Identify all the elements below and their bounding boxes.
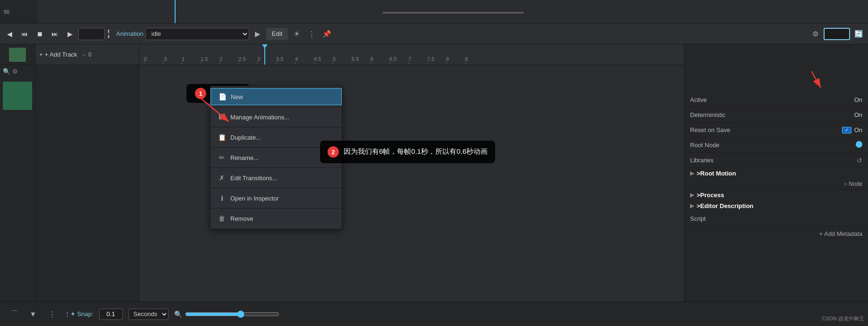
ruler-2.5: 2.5 (238, 56, 257, 62)
track-list (35, 65, 139, 301)
sun-icon-btn[interactable]: ☀ (290, 27, 303, 41)
step-forward-btn[interactable]: ⏭ (48, 27, 61, 41)
menu-new-label: New (231, 93, 243, 100)
sidebar-preview (9, 48, 26, 62)
timeline-body: 📄 New 🎞 Manage Animations... 📋 Duplicate… (35, 65, 684, 301)
animation-toolbar: ◀ ⏮ ⏹ ⏭ ▶ 0.6 ⬆⬇ Animation idle ▶ Edit ☀… (0, 24, 868, 44)
zoom-slider[interactable] (185, 310, 279, 318)
menu-item-manage[interactable]: 🎞 Manage Animations... (211, 109, 342, 125)
loop-settings-btn[interactable]: ⚙ (809, 27, 822, 41)
duplicate-icon: 📋 (218, 134, 226, 141)
ruler-1.5: 1.5 (201, 56, 219, 62)
ruler-4: 4 (295, 56, 314, 62)
root-motion-header[interactable]: ▶ >Root Motion (684, 168, 868, 179)
deterministic-toggle[interactable]: On (854, 111, 862, 118)
annotation-2-num: 2 (328, 146, 339, 158)
root-motion-label: >Root Motion (697, 170, 736, 177)
menu-divider-6 (211, 208, 342, 209)
snap-label: ⋮✦ Snap: (64, 310, 93, 318)
keys-btn[interactable]: ⋮ (45, 308, 59, 321)
snap-input[interactable]: 0.1 (99, 309, 123, 320)
active-on-text: On (854, 96, 862, 103)
top-ruler (38, 0, 868, 23)
annotation-2-text: 因为我们有6帧，每帧0.1秒，所以有0.6秒动画 (344, 146, 488, 157)
playhead[interactable] (264, 44, 265, 65)
annotation-2: 2 因为我们有6帧，每帧0.1秒，所以有0.6秒动画 (320, 141, 495, 163)
step-back-btn[interactable]: ⏮ (18, 27, 31, 41)
reset-on-save-label: Reset on Save (690, 126, 747, 134)
editor-desc-label: >Editor Description (697, 202, 753, 209)
pin-btn[interactable]: 📌 (320, 27, 333, 41)
top-ruler-strip: 50 (0, 0, 868, 24)
zoom-icon: 🔍 (174, 310, 182, 318)
menu-transitions-label: Edit Transitions... (230, 175, 278, 182)
libraries-refresh-icon[interactable]: ↺ (857, 157, 862, 164)
menu-inspector-label: Open in Inspector (230, 195, 279, 202)
animation-extra-btn[interactable]: ▶ (251, 27, 264, 41)
ruler-scrollbar[interactable] (382, 12, 524, 14)
ruler-0.5: .5 (163, 56, 182, 62)
add-metadata-row: + Add Metadata (684, 226, 868, 241)
active-toggle[interactable]: On (854, 96, 862, 103)
menu-divider-4 (211, 167, 342, 168)
bottom-bar: ⌒ ▼ ⋮ ⋮✦ Snap: 0.1 Seconds Frames 🔍 (0, 301, 868, 326)
add-track-button[interactable]: + + Add Track (39, 51, 77, 58)
play-btn[interactable]: ▶ (63, 27, 76, 41)
right-panel: 3 勾选循环 Active On Deterministic On (684, 44, 868, 301)
manage-icon: 🎞 (218, 113, 226, 121)
filter-icon[interactable]: ⚙ (12, 68, 18, 75)
reset-on-save-toggle[interactable]: ✓ On (842, 126, 862, 134)
editor-desc-header[interactable]: ▶ >Editor Description (684, 201, 868, 211)
active-label: Active (690, 96, 747, 103)
process-label: >Process (697, 192, 724, 199)
time-input[interactable]: 0.6 (78, 28, 105, 40)
menu-divider-5 (211, 188, 342, 188)
inspector-icon: ℹ (218, 194, 226, 202)
ruler-6.5: 6.5 (389, 56, 408, 62)
process-header[interactable]: ▶ >Process (684, 190, 868, 201)
menu-item-transitions[interactable]: ✗ Edit Transitions... (211, 169, 342, 186)
sidebar-icons-row: 🔍 ⚙ (0, 65, 35, 78)
add-metadata-button[interactable]: + Add Metadata (819, 230, 862, 237)
zoom-container: 🔍 (174, 310, 860, 318)
ruler-1: 1 (182, 56, 201, 62)
active-row: Active On (684, 92, 868, 108)
ruler-6: 6 (371, 56, 389, 62)
deterministic-label: Deterministic (690, 111, 747, 118)
reset-on-save-row: Reset on Save ✓ On (684, 123, 868, 138)
reset-on-save-on-text: On (854, 126, 862, 134)
ruler-row: + + Add Track → 0 0 .5 1 1.5 2 2.5 3 3.5… (35, 44, 684, 65)
menu-item-inspector[interactable]: ℹ Open in Inspector (211, 190, 342, 207)
ruler-5.5: 5.5 (352, 56, 371, 62)
menu-divider-1 (211, 107, 342, 107)
filter-bottom-btn[interactable]: ▼ (26, 308, 40, 321)
more-options-btn[interactable]: ⋮ (305, 27, 318, 41)
animation-label: Animation (116, 30, 143, 37)
edit-button[interactable]: Edit (266, 28, 288, 40)
root-node-indicator (856, 141, 862, 148)
libraries-label: Libraries (690, 157, 747, 164)
prev-frame-btn[interactable]: ◀ (3, 27, 16, 41)
ruler-5: 5 (333, 56, 352, 62)
refresh-btn[interactable]: 🔄 (852, 27, 865, 41)
menu-remove-label: Remove (230, 215, 253, 222)
playhead-top (175, 0, 176, 23)
duration-input[interactable]: 0.6 (824, 28, 850, 40)
curve-btn[interactable]: ⌒ (8, 308, 21, 321)
menu-rename-label: Rename... (230, 154, 259, 161)
root-motion-arrow: ▶ (690, 170, 694, 176)
animation-select[interactable]: idle (145, 28, 249, 40)
timeline-area: + + Add Track → 0 0 .5 1 1.5 2 2.5 3 3.5… (35, 44, 684, 301)
seconds-dropdown[interactable]: Seconds Frames (128, 309, 169, 320)
process-arrow: ▶ (690, 192, 694, 198)
remove-icon: 🗑 (218, 215, 226, 222)
top-left-number: 50 (4, 9, 9, 15)
time-spinbox-arrows[interactable]: ⬆⬇ (107, 29, 110, 39)
menu-item-new[interactable]: 📄 New (211, 88, 342, 105)
menu-item-remove[interactable]: 🗑 Remove (211, 210, 342, 227)
track-header: + + Add Track → 0 (35, 44, 139, 65)
menu-duplicate-label: Duplicate... (230, 134, 261, 141)
zoom-icon[interactable]: 🔍 (3, 68, 10, 75)
stop-btn[interactable]: ⏹ (33, 27, 46, 41)
red-arrow-2 (783, 69, 840, 92)
